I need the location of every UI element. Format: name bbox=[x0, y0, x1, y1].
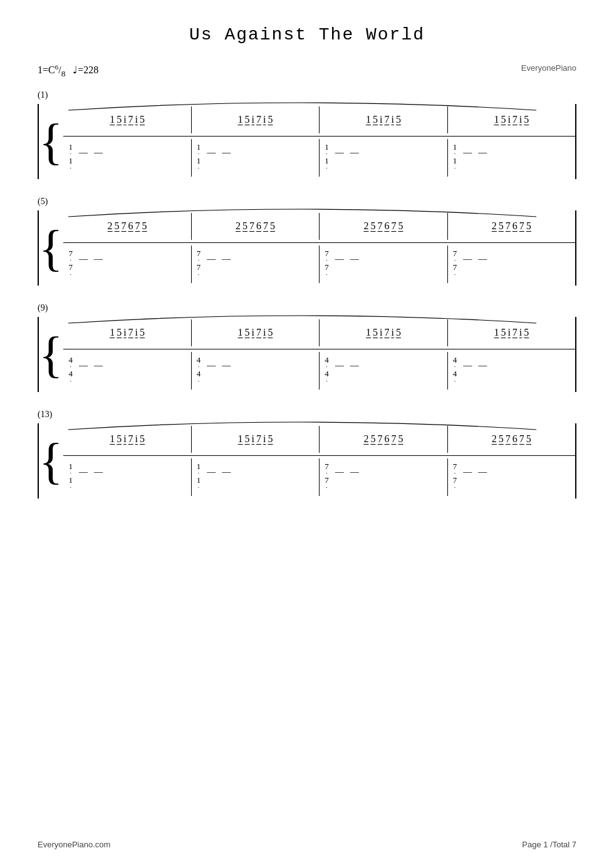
bass-chord: 1·1· bbox=[197, 462, 201, 491]
treble-measure-0: 15i7i5 bbox=[63, 319, 191, 346]
treble-measure-2: 257675 bbox=[320, 213, 447, 240]
bass-chord: 7·7· bbox=[325, 249, 329, 278]
bass-measure-2: 7·7·—— bbox=[320, 458, 447, 496]
bass-measure-1: 7·7·—— bbox=[192, 245, 320, 283]
bass-measures-row: 1·1·——1·1·——7·7·——7·7·—— bbox=[63, 458, 575, 496]
treble-measure-2: 15i7i5 bbox=[320, 106, 447, 133]
staff-lines: 15i7i515i7i515i7i515i7i51·1·——1·1·——1·1·… bbox=[63, 104, 576, 179]
bass-staff: 4·4·——4·4·——4·4·——4·4·—— bbox=[63, 349, 575, 392]
bass-chord: 1·1· bbox=[197, 143, 201, 172]
bass-chord: 4·4· bbox=[453, 356, 457, 385]
bass-measure-2: 4·4·—— bbox=[320, 352, 447, 390]
brace: { bbox=[39, 317, 63, 392]
treble-measure-3: 15i7i5 bbox=[448, 319, 575, 346]
treble-measure-3: 15i7i5 bbox=[448, 106, 575, 133]
treble-staff: 15i7i515i7i515i7i515i7i5 bbox=[63, 104, 575, 137]
bass-chord: 7·7· bbox=[68, 249, 73, 278]
bass-measures-row: 4·4·——4·4·——4·4·——4·4·—— bbox=[63, 352, 575, 390]
bass-measure-2: 1·1·—— bbox=[320, 139, 447, 177]
staff-wrapper: {15i7i515i7i52576752576751·1·——1·1·——7·7… bbox=[38, 423, 576, 499]
treble-staff: 257675257675257675257675 bbox=[63, 210, 575, 243]
bass-measure-3: 1·1·—— bbox=[448, 139, 575, 177]
bass-measure-3: 7·7·—— bbox=[448, 458, 575, 496]
treble-staff: 15i7i515i7i515i7i515i7i5 bbox=[63, 317, 575, 349]
treble-measure-0: 15i7i5 bbox=[63, 426, 191, 453]
bass-staff: 7·7·——7·7·——7·7·——7·7·—— bbox=[63, 243, 575, 286]
section-label: (1) bbox=[38, 90, 576, 100]
bass-chord: 1·1· bbox=[453, 143, 457, 172]
treble-measures-row: 15i7i515i7i515i7i515i7i5 bbox=[63, 319, 575, 346]
brace: { bbox=[39, 210, 63, 286]
bass-measure-3: 4·4·—— bbox=[448, 352, 575, 390]
footer-left: EveryonePiano.com bbox=[38, 840, 110, 849]
treble-measures-row: 15i7i515i7i515i7i515i7i5 bbox=[63, 106, 575, 133]
brace: { bbox=[39, 104, 63, 179]
bass-chord: 7·7· bbox=[453, 462, 457, 491]
bass-measure-2: 7·7·—— bbox=[320, 245, 447, 283]
bass-measure-0: 4·4·—— bbox=[63, 352, 191, 390]
key-time-signature: 1=C6/8 ♩=228 bbox=[38, 63, 98, 79]
watermark: EveryonePiano bbox=[521, 63, 576, 73]
bass-measure-1: 1·1·—— bbox=[192, 139, 320, 177]
staff-lines: 15i7i515i7i515i7i515i7i54·4·——4·4·——4·4·… bbox=[63, 317, 576, 392]
meta-row: 1=C6/8 ♩=228 EveryonePiano bbox=[38, 63, 576, 79]
treble-measure-3: 257675 bbox=[448, 426, 575, 453]
bass-chord: 7·7· bbox=[453, 249, 457, 278]
section-label: (9) bbox=[38, 303, 576, 313]
section-3: (13){15i7i515i7i52576752576751·1·——1·1·—… bbox=[38, 410, 576, 499]
treble-measure-2: 257675 bbox=[320, 426, 447, 453]
bass-measure-1: 1·1·—— bbox=[192, 458, 320, 496]
bass-staff: 1·1·——1·1·——7·7·——7·7·—— bbox=[63, 456, 575, 499]
treble-measures-row: 257675257675257675257675 bbox=[63, 213, 575, 240]
staff-wrapper: {15i7i515i7i515i7i515i7i54·4·——4·4·——4·4… bbox=[38, 317, 576, 392]
bass-staff: 1·1·——1·1·——1·1·——1·1·—— bbox=[63, 137, 575, 179]
bass-chord: 1·1· bbox=[325, 143, 329, 172]
bass-chord: 4·4· bbox=[68, 356, 73, 385]
staff-wrapper: {15i7i515i7i515i7i515i7i51·1·——1·1·——1·1… bbox=[38, 104, 576, 179]
bass-chord: 4·4· bbox=[197, 356, 201, 385]
bass-chord: 1·1· bbox=[68, 143, 73, 172]
bass-measure-1: 4·4·—— bbox=[192, 352, 320, 390]
brace: { bbox=[39, 423, 63, 499]
song-title: Us Against The World bbox=[38, 25, 576, 44]
section-label: (13) bbox=[38, 410, 576, 420]
sheet-music-page: Us Against The World 1=C6/8 ♩=228 Everyo… bbox=[0, 0, 614, 868]
footer: EveryonePiano.com Page 1 /Total 7 bbox=[38, 840, 576, 849]
section-0: (1){15i7i515i7i515i7i515i7i51·1·——1·1·——… bbox=[38, 90, 576, 179]
treble-measure-1: 15i7i5 bbox=[192, 426, 320, 453]
treble-measures-row: 15i7i515i7i5257675257675 bbox=[63, 426, 575, 453]
bass-chord: 4·4· bbox=[325, 356, 329, 385]
treble-measure-1: 15i7i5 bbox=[192, 319, 320, 346]
section-label: (5) bbox=[38, 197, 576, 207]
bass-chord: 7·7· bbox=[197, 249, 201, 278]
footer-right: Page 1 /Total 7 bbox=[522, 840, 576, 849]
staff-wrapper: {2576752576752576752576757·7·——7·7·——7·7… bbox=[38, 210, 576, 286]
staff-lines: 2576752576752576752576757·7·——7·7·——7·7·… bbox=[63, 210, 576, 286]
bass-measure-3: 7·7·—— bbox=[448, 245, 575, 283]
section-2: (9){15i7i515i7i515i7i515i7i54·4·——4·4·——… bbox=[38, 303, 576, 392]
section-1: (5){2576752576752576752576757·7·——7·7·——… bbox=[38, 197, 576, 286]
staff-lines: 15i7i515i7i52576752576751·1·——1·1·——7·7·… bbox=[63, 423, 576, 499]
treble-measure-0: 257675 bbox=[63, 213, 191, 240]
treble-measure-1: 15i7i5 bbox=[192, 106, 320, 133]
treble-measure-2: 15i7i5 bbox=[320, 319, 447, 346]
bass-measures-row: 1·1·——1·1·——1·1·——1·1·—— bbox=[63, 139, 575, 177]
sections-container: (1){15i7i515i7i515i7i515i7i51·1·——1·1·——… bbox=[38, 90, 576, 499]
bass-measures-row: 7·7·——7·7·——7·7·——7·7·—— bbox=[63, 245, 575, 283]
bass-chord: 1·1· bbox=[68, 462, 73, 491]
bass-measure-0: 1·1·—— bbox=[63, 458, 191, 496]
treble-staff: 15i7i515i7i5257675257675 bbox=[63, 423, 575, 456]
treble-measure-1: 257675 bbox=[192, 213, 320, 240]
bass-measure-0: 7·7·—— bbox=[63, 245, 191, 283]
bass-measure-0: 1·1·—— bbox=[63, 139, 191, 177]
bass-chord: 7·7· bbox=[325, 462, 329, 491]
treble-measure-0: 15i7i5 bbox=[63, 106, 191, 133]
treble-measure-3: 257675 bbox=[448, 213, 575, 240]
